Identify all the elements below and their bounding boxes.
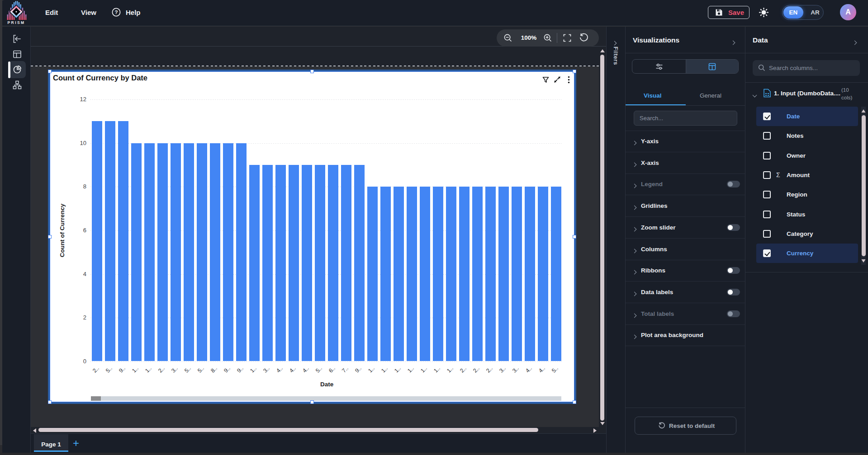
svg-text:PRISM: PRISM	[8, 20, 25, 25]
svg-text:?: ?	[114, 9, 118, 15]
